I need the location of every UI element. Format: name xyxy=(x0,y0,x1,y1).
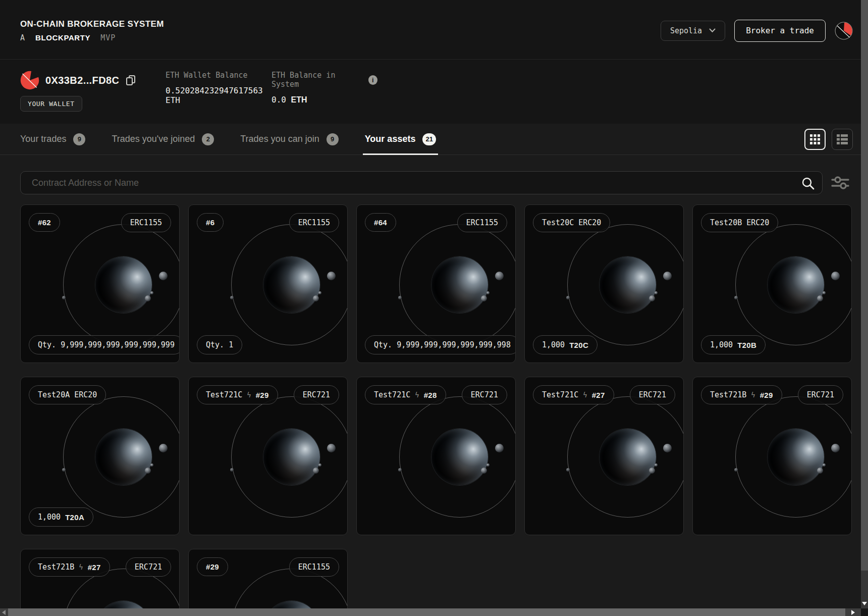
copy-icon xyxy=(125,74,136,86)
asset-card[interactable]: #29 ERC1155 xyxy=(188,549,348,608)
asset-standard-badge: ERC721 xyxy=(462,385,507,404)
asset-standard-badge: ERC1155 xyxy=(457,213,507,232)
asset-name: Test721B xyxy=(710,390,746,399)
tab-trades-you-can-join[interactable]: Trades you can join 9 xyxy=(240,124,338,155)
asset-id-badge: #29 xyxy=(197,557,228,576)
moon-icon xyxy=(150,291,153,294)
asset-card[interactable]: #62 ERC1155 Qty. 9,999,999,999,999,999,9… xyxy=(20,204,180,363)
asset-qty-badge: 1,000 T20B xyxy=(701,335,766,354)
moon-icon xyxy=(62,296,66,299)
asset-card-grid: #62 ERC1155 Qty. 9,999,999,999,999,999,9… xyxy=(20,204,852,608)
moon-icon xyxy=(734,296,738,299)
network-select[interactable]: Sepolia xyxy=(661,21,725,41)
tab-trades-youve-joined[interactable]: Trades you've joined 2 xyxy=(112,124,214,155)
asset-qty-symbol: T20B xyxy=(737,341,756,349)
moon-icon xyxy=(481,295,487,301)
wallet-address: 0X33B2...FD8C xyxy=(45,75,119,86)
moon-icon xyxy=(495,444,504,452)
moon-icon xyxy=(62,468,66,472)
tab-label: Trades you can join xyxy=(240,134,319,144)
asset-id-badge: Test721B ϟ #27 xyxy=(29,557,110,577)
asset-qty: 1,000 xyxy=(38,512,61,522)
asset-qty-badge: Qty. 9,999,999,999,999,999,999 xyxy=(29,335,180,354)
scroll-down-arrow-icon[interactable] xyxy=(862,602,867,605)
moon-icon xyxy=(150,464,153,467)
tab-your-assets[interactable]: Your assets 21 xyxy=(365,124,436,155)
asset-standard: ERC1155 xyxy=(298,562,330,572)
vertical-scrollbar[interactable] xyxy=(861,0,868,608)
asset-standard: ERC1155 xyxy=(298,218,330,227)
vertical-scrollbar-thumb[interactable] xyxy=(861,0,868,571)
page: ON-CHAIN BROKERAGE SYSTEM A BLOCKPARTY M… xyxy=(0,0,861,608)
asset-card[interactable]: #64 ERC1155 Qty. 9,999,999,999,999,999,9… xyxy=(356,204,516,363)
subtitle-a: A xyxy=(20,33,25,42)
your-wallet-badge: YOUR WALLET xyxy=(20,96,82,112)
filters-button[interactable] xyxy=(831,175,850,190)
asset-card[interactable]: Test721B ϟ #29 ERC721 xyxy=(692,377,852,535)
zap-icon: ϟ xyxy=(583,391,587,399)
moon-icon xyxy=(159,444,168,452)
moon-icon xyxy=(831,272,840,280)
scroll-right-arrow-icon[interactable] xyxy=(851,610,855,615)
moon-icon xyxy=(486,464,490,467)
asset-qty: Qty. 9,999,999,999,999,999,998 xyxy=(374,340,511,349)
moon-icon xyxy=(566,296,570,299)
asset-card[interactable]: #6 ERC1155 Qty. 1 xyxy=(188,204,348,363)
asset-qty: 1,000 xyxy=(710,340,733,349)
copy-address-button[interactable] xyxy=(125,74,136,86)
asset-standard: ERC1155 xyxy=(466,218,498,227)
asset-token-id: #62 xyxy=(38,218,51,227)
asset-name: Test721C xyxy=(374,390,410,399)
planet xyxy=(431,429,488,485)
moon-icon xyxy=(663,272,672,280)
asset-name: Test20A ERC20 xyxy=(38,390,97,399)
scroll-left-arrow-icon[interactable] xyxy=(2,610,6,615)
asset-standard: ERC721 xyxy=(135,562,162,572)
chevron-down-icon xyxy=(709,28,716,33)
planet xyxy=(768,429,824,485)
asset-standard-badge: ERC721 xyxy=(294,385,339,404)
asset-card[interactable]: Test20C ERC20 1,000 T20C xyxy=(524,204,684,363)
asset-card[interactable]: Test20A ERC20 1,000 T20A xyxy=(20,377,180,535)
horizontal-scrollbar[interactable] xyxy=(0,608,861,616)
moon-icon xyxy=(655,291,658,294)
asset-qty-badge: 1,000 T20A xyxy=(29,507,93,527)
asset-token-id: #27 xyxy=(592,391,605,399)
info-icon[interactable]: i xyxy=(368,75,377,85)
tab-count-badge: 21 xyxy=(422,133,436,145)
moon-icon xyxy=(318,464,321,467)
moon-icon xyxy=(145,468,151,474)
moon-icon xyxy=(398,296,402,299)
search-input[interactable] xyxy=(20,171,823,194)
asset-id-badge: Test20B ERC20 xyxy=(701,213,778,232)
system-balance-unit: ETH xyxy=(291,95,307,104)
asset-standard: ERC721 xyxy=(303,390,330,399)
search-icon[interactable] xyxy=(801,177,815,190)
wallet-summary: 0X33B2...FD8C YOUR WALLET ETH Wallet Bal… xyxy=(0,60,861,124)
horizontal-scrollbar-thumb[interactable] xyxy=(8,608,845,616)
tab-your-trades[interactable]: Your trades 9 xyxy=(20,124,85,155)
moon-icon xyxy=(649,295,655,301)
moon-icon xyxy=(649,468,655,474)
search-row xyxy=(20,171,853,194)
asset-standard-badge: ERC721 xyxy=(126,557,171,577)
asset-card[interactable]: Test721B ϟ #27 ERC721 xyxy=(20,549,180,608)
tab-label: Your trades xyxy=(20,134,66,144)
planet xyxy=(431,256,488,313)
asset-card[interactable]: Test721C ϟ #28 ERC721 xyxy=(356,377,516,535)
tab-count-badge: 9 xyxy=(327,133,339,145)
wallet-balance-block: ETH Wallet Balance 0.520284232947617563 … xyxy=(166,71,272,105)
asset-card[interactable]: Test20B ERC20 1,000 T20B xyxy=(692,204,852,363)
asset-card[interactable]: Test721C ϟ #29 ERC721 xyxy=(188,377,348,535)
moon-icon xyxy=(734,468,738,472)
system-balance-value: 0.0 xyxy=(272,95,286,105)
asset-id-badge: Test721C ϟ #29 xyxy=(197,385,278,404)
broker-a-trade-button[interactable]: Broker a trade xyxy=(734,20,826,42)
list-view-button[interactable] xyxy=(832,129,853,150)
moon-icon xyxy=(327,272,336,280)
grid-view-button[interactable] xyxy=(804,129,826,150)
asset-card[interactable]: Test721C ϟ #27 ERC721 xyxy=(524,377,684,535)
wallet-identity: 0X33B2...FD8C YOUR WALLET xyxy=(20,71,146,112)
asset-qty-symbol: T20A xyxy=(65,513,84,522)
asset-id-badge: #62 xyxy=(29,213,60,232)
